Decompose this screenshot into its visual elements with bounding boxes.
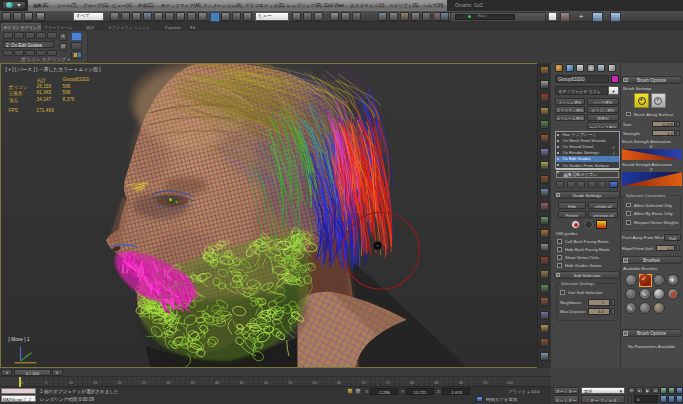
svg-text:50: 50 (264, 381, 268, 385)
svg-text:95: 95 (483, 381, 487, 385)
svg-text:15: 15 (93, 381, 97, 385)
svg-text:70: 70 (361, 381, 365, 385)
svg-text:5: 5 (45, 381, 47, 385)
svg-text:60: 60 (313, 381, 317, 385)
svg-text:45: 45 (239, 381, 243, 385)
svg-text:90: 90 (459, 381, 463, 385)
svg-text:65: 65 (337, 381, 341, 385)
svg-text:35: 35 (191, 381, 195, 385)
svg-text:75: 75 (386, 381, 390, 385)
svg-text:20: 20 (117, 381, 121, 385)
svg-text:100: 100 (507, 381, 513, 385)
svg-text:10: 10 (69, 381, 73, 385)
svg-text:0: 0 (21, 381, 23, 385)
svg-text:40: 40 (215, 381, 219, 385)
svg-text:85: 85 (434, 381, 438, 385)
svg-text:55: 55 (288, 381, 292, 385)
svg-text:30: 30 (166, 381, 170, 385)
svg-text:80: 80 (410, 381, 414, 385)
svg-text:25: 25 (142, 381, 146, 385)
